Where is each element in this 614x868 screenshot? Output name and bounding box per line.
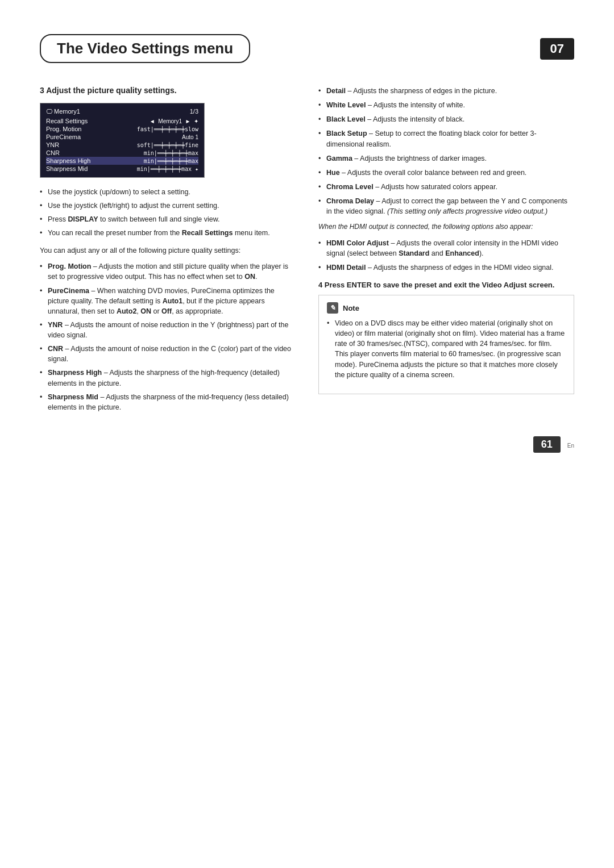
header-title-box: The Video Settings menu: [40, 34, 250, 63]
joystick-bullet-2: Use the joystick (left/right) to adjust …: [40, 201, 296, 211]
joystick-bullet-4: You can recall the preset number from th…: [40, 228, 296, 238]
menu-row-ynr: YNR soft|══╪═╪═╪═╪fine: [46, 141, 198, 149]
joystick-bullet-3: Press DISPLAY to switch between full and…: [40, 214, 296, 224]
joystick-bullet-1: Use the joystick (up/down) to select a s…: [40, 187, 296, 197]
hdmi-bullet-color-adjust: HDMI Color Adjust – Adjusts the overall …: [318, 238, 574, 258]
hdmi-note: When the HDMI output is connected, the f…: [318, 222, 574, 232]
settings-bullet-sharpness-high: Sharpness High – Adjusts the sharpness o…: [40, 368, 296, 388]
note-bullet-1: Video on a DVD discs may be either video…: [327, 318, 566, 380]
menu-row-sharpness-mid: Sharpness Mid min|══╪═╪═╪═╪max ✦: [46, 165, 198, 173]
menu-row-prog-motion: Prog. Motion fast|══╪═╪═╪═╪slow: [46, 125, 198, 133]
page-header: The Video Settings menu 07: [40, 34, 574, 63]
settings-bullet-prog-motion: Prog. Motion – Adjusts the motion and st…: [40, 261, 296, 282]
menu-header-right: 1/3: [190, 108, 198, 115]
page-title: The Video Settings menu: [57, 40, 233, 57]
menu-row-cnr: CNR min|══╪═╪═╪═╪max: [46, 149, 198, 157]
settings-bullet-cnr: CNR – Adjusts the amount of noise reduct…: [40, 344, 296, 364]
note-header: ✎ Note: [327, 302, 566, 314]
right-bullet-hue: Hue – Adjusts the overall color balance …: [318, 168, 574, 178]
right-bullet-black-level: Black Level – Adjusts the intensity of b…: [318, 114, 574, 124]
right-bullet-black-setup: Black Setup – Setup to correct the float…: [318, 128, 574, 149]
intro-text: You can adjust any or all of the followi…: [40, 245, 296, 256]
note-box: ✎ Note Video on a DVD discs may be eithe…: [318, 295, 574, 394]
note-bullets: Video on a DVD discs may be either video…: [327, 318, 566, 380]
settings-bullets: Prog. Motion – Adjusts the motion and st…: [40, 261, 296, 412]
hdmi-bullets: HDMI Color Adjust – Adjusts the overall …: [318, 238, 574, 273]
right-bullet-gamma: Gamma – Adjusts the brightness of darker…: [318, 153, 574, 164]
right-column: Detail – Adjusts the sharpness of edges …: [318, 86, 574, 419]
right-top-bullets: Detail – Adjusts the sharpness of edges …: [318, 86, 574, 216]
menu-row-recall: Recall Settings ◄ Memory1 ► ✦: [46, 117, 198, 125]
right-bullet-white-level: White Level – Adjusts the intensity of w…: [318, 100, 574, 110]
settings-bullet-sharpness-mid: Sharpness Mid – Adjusts the sharpness of…: [40, 392, 296, 412]
settings-bullet-purecinema: PureCinema – When watching DVD movies, P…: [40, 286, 296, 316]
menu-row-sharpness-high: Sharpness High min|══╪═╪═╪═╪max: [46, 157, 198, 165]
right-bullet-detail: Detail – Adjusts the sharpness of edges …: [318, 86, 574, 96]
chapter-badge: 07: [540, 38, 574, 60]
right-bullet-chroma-delay: Chroma Delay – Adjust to correct the gap…: [318, 196, 574, 216]
menu-row-purecinema: PureCinema Auto 1: [46, 133, 198, 141]
page-footer: 61 En: [40, 436, 574, 453]
note-label: Note: [343, 304, 359, 312]
note-icon: ✎: [327, 302, 338, 314]
joystick-bullets: Use the joystick (up/down) to select a s…: [40, 187, 296, 239]
menu-screenshot: 🖵 Memory1 1/3 Recall Settings ◄ Memory1 …: [40, 103, 205, 178]
left-column: 3 Adjust the picture quality settings. 🖵…: [40, 86, 296, 419]
step3-heading: 3 Adjust the picture quality settings.: [40, 86, 296, 95]
menu-header-left: 🖵 Memory1: [46, 108, 80, 115]
content-wrapper: 3 Adjust the picture quality settings. 🖵…: [40, 86, 574, 419]
hdmi-bullet-detail: HDMI Detail – Adjusts the sharpness of e…: [318, 262, 574, 273]
step4-heading: 4 Press ENTER to save the preset and exi…: [318, 281, 574, 289]
page-number: 61: [533, 436, 561, 453]
settings-bullet-ynr: YNR – Adjusts the amount of noise reduct…: [40, 320, 296, 340]
menu-header-row: 🖵 Memory1 1/3: [46, 108, 198, 115]
page-sub: En: [567, 443, 574, 449]
right-bullet-chroma-level: Chroma Level – Adjusts how saturated col…: [318, 182, 574, 192]
page-number-wrapper: 61 En: [533, 436, 574, 453]
